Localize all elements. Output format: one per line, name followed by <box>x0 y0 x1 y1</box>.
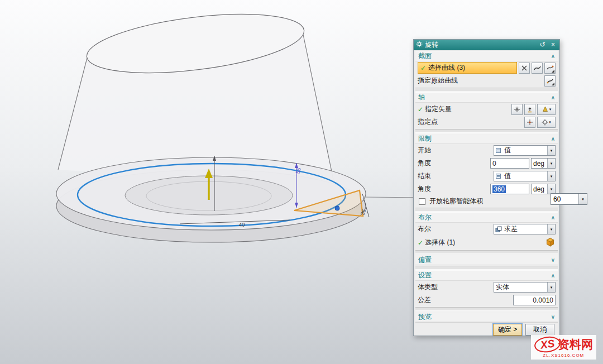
section-header-axis[interactable]: 轴 ∧ <box>415 92 558 103</box>
watermark: XS 资料网 ZL.XS1616.COM <box>531 335 596 360</box>
chevron-up-icon: ∧ <box>551 136 555 142</box>
section-header-axis-label: 轴 <box>418 93 425 102</box>
open-profile-checkbox[interactable] <box>419 198 425 205</box>
chevron-up-icon: ∧ <box>551 94 555 100</box>
group-divider <box>415 88 558 92</box>
select-body-label: 选择体 (1) <box>425 238 455 247</box>
revolve-dialog: 旋转 ↺ × 截面 ∧ ✓ 选择曲线 (3) <box>413 39 560 336</box>
body-type-label: 体类型 <box>418 282 438 292</box>
close-icon[interactable]: × <box>549 41 557 49</box>
unit-value: deg <box>532 160 547 167</box>
curve-rule-icon[interactable] <box>544 63 556 74</box>
origin-curve-row: 指定原始曲线 <box>415 74 558 87</box>
group-divider <box>415 129 558 133</box>
chevron-down-icon: ∨ <box>551 257 555 263</box>
combo-arrow-icon[interactable]: ▾ <box>547 224 555 234</box>
origin-curve-icon[interactable] <box>544 75 556 87</box>
end-angle-value: 360 <box>492 185 506 193</box>
start-type-value: 值 <box>502 146 547 155</box>
tolerance-input[interactable]: 0.0010 <box>513 295 556 305</box>
boolean-value: 求差 <box>502 224 547 234</box>
dimension-35-label[interactable]: 35 <box>359 208 367 215</box>
combo-arrow-icon[interactable]: ▾ <box>547 184 555 194</box>
dimension-40-label[interactable]: 40 <box>239 222 245 228</box>
group-divider <box>415 307 558 311</box>
section-header-section-label: 截面 <box>418 51 432 61</box>
reverse-direction-icon[interactable] <box>524 104 535 115</box>
subtract-icon <box>494 226 502 233</box>
ok-button[interactable]: 确定 > <box>493 324 522 336</box>
boolean-dropdown[interactable]: 求差 ▾ <box>494 224 556 234</box>
section-header-limits[interactable]: 限制 ∧ <box>415 133 558 144</box>
reset-icon[interactable]: ↺ <box>538 41 547 49</box>
start-angle-input[interactable]: 0 <box>490 158 529 169</box>
dropdown-arrow-icon: ▾ <box>549 107 552 112</box>
start-row: 开始 值 ▾ <box>415 144 558 157</box>
select-body-row: ✓ 选择体 (1) <box>415 236 558 250</box>
body-type-value: 实体 <box>494 282 547 292</box>
end-label: 结束 <box>418 171 431 181</box>
section-header-offset-label: 偏置 <box>418 255 432 265</box>
combo-arrow-icon[interactable]: ▾ <box>547 146 555 155</box>
chevron-down-icon: ∨ <box>551 314 555 320</box>
group-divider <box>415 266 558 270</box>
chevron-up-icon: ∧ <box>551 272 555 279</box>
inferred-vector-icon[interactable]: ▾ <box>537 104 556 115</box>
value-option-icon <box>494 147 502 154</box>
open-profile-row: 开放轮廓智能体积 <box>415 195 558 207</box>
section-header-preview[interactable]: 预览 ∨ <box>415 312 558 322</box>
check-icon: ✓ <box>418 239 423 247</box>
solid-body-icon[interactable] <box>545 237 556 249</box>
combo-arrow-icon[interactable]: ▾ <box>547 159 555 168</box>
dialog-titlebar[interactable]: 旋转 ↺ × <box>414 40 559 50</box>
section-header-boolean-label: 布尔 <box>418 213 432 222</box>
curve-chain-icon[interactable] <box>532 63 543 74</box>
deselect-icon[interactable] <box>519 63 530 74</box>
start-angle-unit-dropdown[interactable]: deg ▾ <box>531 158 556 169</box>
dropdown-arrow-icon: ▾ <box>549 120 551 124</box>
body-type-dropdown[interactable]: 实体 ▾ <box>494 282 556 293</box>
chevron-up-icon: ∧ <box>551 214 555 221</box>
specify-point-row: 指定点 ▾ <box>415 116 558 128</box>
end-type-value: 值 <box>502 171 547 181</box>
end-angle-input[interactable]: 360 <box>490 184 529 194</box>
origin-curve-label: 指定原始曲线 <box>418 76 458 85</box>
tolerance-value: 0.0010 <box>533 296 553 304</box>
body-type-row: 体类型 实体 ▾ <box>415 281 558 294</box>
boolean-label: 布尔 <box>418 224 431 234</box>
unit-value: deg <box>532 185 547 193</box>
section-header-settings[interactable]: 设置 ∧ <box>415 270 558 281</box>
select-curve-label: 选择曲线 (3) <box>428 63 465 73</box>
specify-vector-label: 指定矢量 <box>425 104 452 114</box>
check-icon: ✓ <box>420 64 426 72</box>
vector-dialog-icon[interactable] <box>511 104 523 115</box>
cancel-button[interactable]: 取消 <box>525 324 554 336</box>
section-header-limits-label: 限制 <box>418 134 432 143</box>
select-curve-field[interactable]: ✓ 选择曲线 (3) <box>418 62 517 74</box>
onscreen-angle-value: 60 <box>551 195 578 203</box>
start-angle-row: 角度 0 deg ▾ <box>415 157 558 170</box>
combo-arrow-icon[interactable]: ▾ <box>547 282 555 292</box>
dropdown-arrow-icon[interactable]: ▾ <box>578 194 587 204</box>
onscreen-angle-input[interactable]: 60 ▾ <box>551 193 587 205</box>
section-header-preview-label: 预览 <box>418 312 432 322</box>
section-header-section[interactable]: 截面 ∧ <box>415 51 558 61</box>
chevron-up-icon: ∧ <box>551 53 555 59</box>
group-divider <box>415 250 558 254</box>
start-type-dropdown[interactable]: 值 ▾ <box>494 145 556 156</box>
disc-body[interactable] <box>56 157 366 242</box>
inferred-point-icon[interactable]: ▾ <box>537 117 556 128</box>
gear-icon <box>416 41 423 49</box>
section-header-boolean[interactable]: 布尔 ∧ <box>415 212 558 223</box>
end-angle-row: 角度 360 deg ▾ <box>415 183 558 195</box>
combo-arrow-icon[interactable]: ▾ <box>547 171 555 181</box>
open-profile-label: 开放轮廓智能体积 <box>429 197 483 206</box>
section-header-offset[interactable]: 偏置 ∨ <box>415 255 558 265</box>
end-type-dropdown[interactable]: 值 ▾ <box>494 171 556 181</box>
boolean-row: 布尔 求差 ▾ <box>415 223 558 236</box>
selection-point[interactable] <box>335 206 339 210</box>
specify-vector-row: ✓ 指定矢量 ▾ <box>415 103 558 116</box>
tolerance-label: 公差 <box>418 295 431 305</box>
point-dialog-icon[interactable] <box>524 117 535 128</box>
dialog-button-row: 确定 > 取消 <box>415 322 558 336</box>
